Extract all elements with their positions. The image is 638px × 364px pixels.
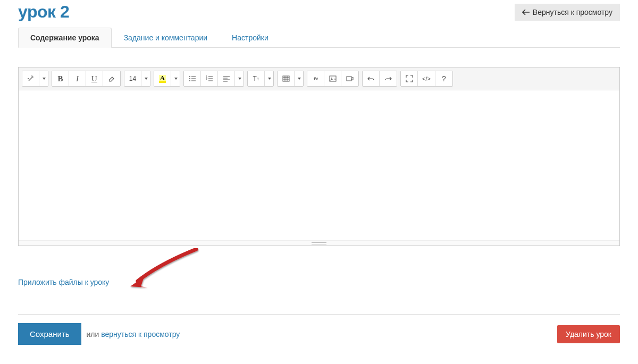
tab-assignment-comments[interactable]: Задание и комментарии (112, 28, 220, 48)
eraser-button[interactable] (103, 71, 120, 86)
fullscreen-button[interactable] (401, 71, 418, 86)
list-ol-icon: 12 (206, 75, 213, 82)
table-icon (282, 75, 290, 82)
resize-grip-icon (312, 242, 326, 244)
rich-text-editor: B I U 14 A (18, 67, 620, 246)
delete-lesson-button[interactable]: Удалить урок (557, 325, 620, 343)
italic-button[interactable]: I (69, 71, 86, 86)
undo-button[interactable] (363, 71, 380, 86)
help-button[interactable]: ? (435, 71, 452, 86)
editor-resize-handle[interactable] (19, 240, 619, 246)
svg-point-7 (331, 78, 332, 79)
magic-wand-dropdown[interactable] (39, 71, 48, 86)
image-icon (329, 75, 337, 82)
or-text-label: или (87, 330, 99, 338)
link-button[interactable] (307, 71, 324, 86)
link-icon (312, 75, 320, 82)
svg-rect-5 (283, 76, 289, 81)
chevron-down-icon (43, 78, 46, 80)
video-icon (346, 75, 354, 82)
undo-icon (367, 75, 375, 82)
magic-wand-button[interactable] (22, 71, 39, 86)
expand-icon (406, 75, 413, 82)
editor-toolbar: B I U 14 A (19, 67, 619, 90)
eraser-icon (108, 75, 115, 82)
annotation-arrow-icon (127, 248, 202, 291)
tabs: Содержание урока Задание и комментарии Н… (18, 27, 620, 48)
bold-button[interactable]: B (52, 71, 69, 86)
chevron-down-icon (174, 78, 178, 80)
image-button[interactable] (324, 71, 341, 86)
chevron-down-icon (298, 78, 301, 80)
unordered-list-button[interactable] (184, 71, 201, 86)
return-to-view-link[interactable]: вернуться к просмотру (101, 330, 180, 338)
attach-files-link[interactable]: Приложить файлы к уроку (18, 278, 109, 286)
redo-button[interactable] (380, 71, 397, 86)
ordered-list-button[interactable]: 12 (201, 71, 218, 86)
page-title: урок 2 (18, 2, 69, 22)
video-button[interactable] (341, 71, 358, 86)
svg-text:2: 2 (206, 78, 207, 81)
editor-content-area[interactable] (19, 90, 619, 240)
svg-point-1 (189, 78, 190, 79)
tab-settings[interactable]: Настройки (220, 28, 281, 48)
font-color-button[interactable]: A (154, 71, 171, 86)
arrow-left-icon (522, 9, 530, 15)
magic-wand-icon (27, 75, 35, 82)
chevron-down-icon (268, 78, 271, 80)
paragraph-dropdown[interactable] (235, 71, 244, 86)
font-size-value: 14 (129, 75, 136, 82)
or-text: или вернуться к просмотру (87, 330, 180, 338)
list-ul-icon (189, 75, 196, 82)
chevron-down-icon (238, 78, 241, 80)
chevron-down-icon (145, 78, 148, 80)
font-size-dropdown[interactable] (141, 71, 150, 86)
back-button-label: Вернуться к просмотру (533, 8, 612, 16)
table-button[interactable] (278, 71, 295, 86)
code-view-button[interactable]: </> (418, 71, 435, 86)
table-dropdown[interactable] (295, 71, 303, 86)
align-icon (223, 75, 230, 82)
line-height-dropdown[interactable] (265, 71, 273, 86)
back-to-view-button[interactable]: Вернуться к просмотру (515, 4, 620, 21)
footer-actions: Сохранить или вернуться к просмотру Удал… (18, 314, 620, 345)
save-button[interactable]: Сохранить (18, 323, 81, 345)
svg-point-2 (189, 80, 190, 81)
svg-point-0 (189, 76, 190, 77)
paragraph-button[interactable] (218, 71, 235, 86)
font-color-dropdown[interactable] (171, 71, 180, 86)
svg-rect-8 (347, 77, 351, 81)
underline-button[interactable]: U (86, 71, 103, 86)
redo-icon (384, 75, 392, 82)
line-height-button[interactable]: T↕ (248, 71, 265, 86)
tab-content[interactable]: Содержание урока (18, 28, 112, 48)
font-color-icon: A (159, 75, 166, 83)
font-size-button[interactable]: 14 (124, 71, 141, 86)
